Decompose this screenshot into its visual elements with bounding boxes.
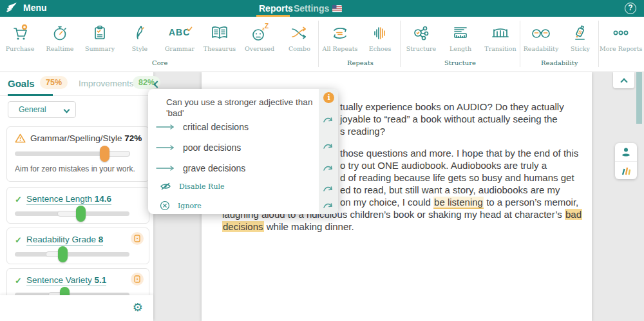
chevron-up-icon [620,78,627,85]
person-icon [620,146,632,158]
goal-value: 72% [124,133,142,143]
document-text: while making dinner. [264,221,354,232]
suggestion-item[interactable]: poor decisions [156,140,241,155]
ignore-button[interactable]: Ignore [160,199,202,212]
stats-button[interactable] [615,161,637,179]
goal-hint: Aim for zero mistakes in your work. [15,164,135,173]
document-text: to a person’s memoir, [484,197,578,208]
toolbar-group-repeats: Repeats [347,59,374,66]
toolbar-item-length[interactable]: Length [440,22,480,52]
toolbar-item-summary[interactable]: Summary [80,22,120,52]
toolbar-group-structure: Structure [444,59,476,66]
disable-rule-button[interactable]: Disable Rule [160,180,225,193]
reports-toolbar: Purchase Realtime Summary Style ABC Gram… [0,17,644,72]
language-flag-icon [332,5,342,12]
grammar-slider[interactable] [15,151,129,156]
sidebar-footer: ⚙ [0,295,153,321]
suggestion-item[interactable]: critical decisions [156,119,249,135]
word-suggestion-highlight[interactable]: bad [565,209,582,220]
toolbar-item-transition[interactable]: Transition [480,22,520,52]
glue-bottle-icon: S [569,23,591,43]
readability-grade-slider[interactable] [15,252,129,257]
profile-button[interactable] [615,143,637,161]
word-suggestion-highlight[interactable]: decisions [222,221,264,232]
goal-value: 8 [99,235,104,244]
glasses-icon [528,23,554,43]
goal-card-title: ✓ Sentence Variety 5.1 [15,275,106,286]
menu-button[interactable]: Menu [5,2,47,14]
goal-card-grammar[interactable]: Grammar/Spelling/Style 72% Aim for zero … [6,126,149,182]
apply-all-arrow-icon[interactable] [323,142,334,151]
tab-improvements[interactable]: Improvements [79,79,134,88]
toolbar-item-style[interactable]: Style [120,22,160,52]
top-bar: Menu Reports Settings ? [0,0,644,17]
toolbar-item-all-repeats[interactable]: All Repeats [320,22,360,52]
toolbar-group-divider [318,21,319,67]
menu-label: Menu [23,3,47,13]
app-window: Menu Reports Settings ? Purchase [0,0,644,321]
premium-badge-icon [131,232,144,245]
toolbar-item-readability[interactable]: Readability [521,22,561,52]
settings-label: Settings [294,0,329,17]
toolbar-item-more-reports[interactable]: More Reports [600,22,642,52]
tab-goals[interactable]: Goals [8,78,35,89]
apply-all-arrow-icon[interactable] [323,116,334,124]
goals-tab-underline [8,94,53,96]
open-book-icon [209,23,231,43]
document-line: those questions and more. I hope that by… [340,147,578,159]
goal-card-title: ✓ Readability Grade 8 [15,235,103,246]
toolbar-item-grammar[interactable]: ABC Grammar [160,22,200,52]
grammar-slider-thumb[interactable] [100,146,109,162]
toolbar-group-divider [598,21,599,67]
sentence-length-slider-thumb[interactable] [76,206,86,222]
toolbar-group-readability: Readability [541,59,578,66]
toolbar-item-purchase[interactable]: Purchase [0,22,40,52]
suggestion-item[interactable]: grave decisions [156,160,245,176]
toolbar-group-core: Core [152,59,167,66]
popup-side-strip: i [319,89,338,214]
document-line: o try out ONE audiobook. Audiobooks are … [340,159,547,171]
arrow-right-icon [156,124,176,130]
vertical-scrollbar[interactable] [636,72,642,124]
goal-card-sentence-length[interactable]: ✓ Sentence Length 14.6 [6,187,149,224]
bar-chart-icon [620,165,632,177]
goal-name: Grammar/Spelling/Style [30,133,122,143]
goal-name[interactable]: Readability Grade [26,235,96,244]
toolbar-item-overused[interactable]: zZ Overused [240,22,279,52]
apply-all-arrow-icon[interactable] [323,164,334,173]
chevron-left-icon [153,81,160,88]
readability-grade-slider-thumb[interactable] [58,246,68,262]
soundwave-icon [369,23,391,43]
document-line: ed to read, but still want a story, audi… [340,184,560,196]
toolbar-item-structure[interactable]: Structure [401,22,441,52]
disable-rule-label: Disable Rule [179,182,225,191]
svg-text:ABC: ABC [169,27,190,37]
warning-icon [15,133,26,143]
goal-name[interactable]: Sentence Length [26,194,92,204]
premium-badge-icon [131,273,144,286]
toolbar-item-sticky[interactable]: S Sticky [560,22,600,52]
help-icon[interactable]: ? [625,3,636,14]
arrow-right-icon [156,144,176,151]
document-line: tually experience books on AUDIO? Do the… [340,101,564,113]
toolbar-item-thesaurus[interactable]: Thesaurus [200,22,240,52]
sentence-length-slider[interactable] [15,211,129,216]
goal-card-title: Grammar/Spelling/Style 72% [15,133,142,143]
style-suggestion-highlight[interactable]: be listening [433,197,484,209]
goals-sidebar: Goals 75% Improvements 82% General Gramm… [0,72,153,321]
goal-category-select[interactable]: General [8,101,76,118]
info-icon[interactable]: i [323,92,334,103]
toolbar-item-combo[interactable]: Combo [279,22,319,52]
suggestion-question: Can you use a stronger adjective than 'b… [166,97,314,119]
sleepy-face-icon: zZ [249,23,270,43]
toolbar-item-echoes[interactable]: Echoes [360,22,400,52]
apply-all-arrow-icon[interactable] [323,202,334,210]
collapse-toolbar-button[interactable] [613,72,634,88]
goal-name[interactable]: Sentence Variety [26,275,92,285]
suggestion-text: grave decisions [183,163,245,173]
goal-card-readability-grade[interactable]: ✓ Readability Grade 8 [6,228,149,264]
tab-settings[interactable]: Settings [294,0,342,17]
toolbar-item-realtime[interactable]: Realtime [40,22,80,52]
gear-icon[interactable]: ⚙ [133,301,143,314]
apply-all-arrow-icon[interactable] [323,185,334,193]
